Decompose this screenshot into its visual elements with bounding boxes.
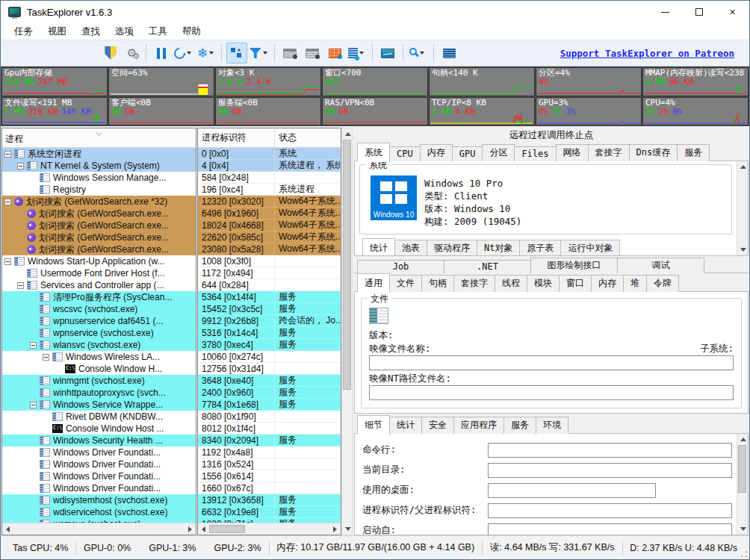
graph-panel[interactable]: RAS/VPN<0B0B0B — [322, 97, 428, 126]
task-list-button[interactable] — [438, 43, 459, 63]
expander-icon[interactable] — [4, 199, 11, 205]
process-tree-header[interactable]: 进程 — [2, 128, 196, 148]
graph-panel[interactable]: 服务端<0B0B0B — [215, 97, 321, 126]
system-pane-scrollbar[interactable] — [737, 161, 748, 255]
tab-Nt对象[interactable]: Nt对象 — [477, 240, 520, 255]
process-pid-row[interactable]: 22620 [0x585c]Wow64子系统.. — [198, 231, 341, 243]
process-pid-row[interactable]: 8012 [0x1f4c] — [198, 423, 341, 435]
tab-堆[interactable]: 堆 — [623, 275, 647, 292]
process-pid-row[interactable]: 10060 [0x274c] — [198, 351, 341, 363]
tab-句柄[interactable]: 句柄 — [421, 275, 454, 292]
dropdown-caret-icon[interactable] — [187, 52, 191, 55]
field-input[interactable] — [488, 443, 732, 458]
menu-item[interactable]: 工具 — [141, 24, 175, 40]
process-pid-row[interactable]: 5316 [0x14c4]服务 — [198, 327, 341, 339]
tab-内存[interactable]: 内存 — [591, 275, 624, 292]
tab-统计[interactable]: 统计 — [389, 417, 422, 434]
tab-套接字[interactable]: 套接字 — [453, 275, 495, 292]
process-tree-row[interactable]: Windows Driver Foundati... — [2, 482, 196, 494]
expander-icon[interactable] — [4, 151, 11, 158]
tab-池表[interactable]: 池表 — [394, 240, 427, 255]
process-pid-row[interactable]: 8080 [0x1f90] — [198, 411, 341, 423]
tab-窗口[interactable]: 窗口 — [559, 275, 592, 292]
freeze-button[interactable]: ❄ — [196, 43, 217, 63]
process-tree-row[interactable]: Services and Controller app (... — [2, 279, 196, 291]
process-tree-row[interactable]: Windows Service Wrappe... — [2, 399, 196, 411]
scrollbar-thumb[interactable] — [738, 445, 746, 493]
pause-button[interactable] — [151, 43, 172, 63]
dropdown-caret-icon[interactable] — [263, 52, 267, 55]
scrollbar-track[interactable] — [737, 172, 748, 244]
tab-原子表[interactable]: 原子表 — [519, 240, 561, 255]
process-pid-row[interactable]: 1660 [0x67c] — [198, 482, 341, 494]
expander-icon[interactable] — [30, 342, 37, 349]
graph-panel[interactable]: GPU=3%0%3%3% — [536, 97, 642, 126]
process-tree-row[interactable]: Windows Start-Up Application (w... — [2, 255, 196, 267]
expander-icon[interactable] — [17, 282, 24, 289]
scroll-down-icon[interactable] — [737, 523, 749, 535]
menu-item[interactable]: 视图 — [40, 24, 74, 40]
process-tree-row[interactable]: wlansvc (svchost.exe) — [2, 339, 196, 351]
process-tree-row[interactable]: Rivet DBWM (KNDBW... — [2, 411, 196, 423]
window-list-button[interactable] — [302, 43, 323, 63]
expander-icon[interactable] — [43, 354, 49, 361]
process-pid-row[interactable]: 23080 [0x5a28]Wow64子系统.. — [198, 243, 341, 255]
tab-CPU[interactable]: CPU — [389, 146, 421, 161]
graph-panel[interactable]: 空间=63% — [108, 67, 214, 96]
scroll-left-icon[interactable] — [198, 523, 209, 535]
process-pid-row[interactable]: 1556 [0x614] — [198, 470, 341, 482]
process-tree-row[interactable]: C:\Console Window Host ... — [2, 423, 196, 435]
pid-column-header[interactable]: 进程标识符 — [198, 128, 275, 147]
tab-细节[interactable]: 细节 — [357, 415, 390, 435]
list-horizontal-scrollbar[interactable] — [198, 523, 341, 535]
process-list-header[interactable]: 进程标识符 状态 — [198, 128, 341, 148]
firewall-button[interactable] — [324, 43, 345, 63]
process-tree-row[interactable]: winhttpautoproxysvc (svch... — [2, 387, 196, 399]
menu-item[interactable]: 选项 — [108, 24, 141, 40]
settings-button[interactable]: ⚙⚙ — [120, 43, 141, 63]
image-name-input[interactable] — [369, 355, 734, 370]
tab-令牌[interactable]: 令牌 — [646, 275, 679, 292]
tab-分区[interactable]: 分区 — [482, 144, 515, 161]
tab-应用程序[interactable]: 应用程序 — [453, 417, 504, 434]
graph-panel[interactable]: TCP/IP<8 KB2 KB4 KB — [429, 97, 535, 126]
menu-item[interactable]: 帮助 — [175, 24, 208, 40]
graph-panel[interactable]: 窗口<700687 — [322, 67, 428, 96]
process-tree-row[interactable]: Windows Wireless LA... — [2, 351, 196, 363]
dropdown-caret-icon[interactable] — [420, 52, 424, 55]
field-input[interactable] — [488, 463, 732, 478]
detail-pane-scrollbar[interactable] — [737, 434, 748, 535]
graph-panel[interactable]: CPU=4%2%2%0% — [642, 97, 749, 126]
process-pid-row[interactable]: 12756 [0x31d4] — [198, 363, 341, 375]
graph-panel[interactable]: 文件读写<191 MB5 MB318 KB145 KB — [1, 97, 108, 126]
close-button[interactable]: × — [716, 1, 749, 23]
minimize-button[interactable] — [648, 1, 682, 23]
patreon-link[interactable]: Support TaskExplorer on Patreon — [560, 48, 734, 59]
process-vertical-scrollbar[interactable] — [341, 128, 353, 535]
process-pid-row[interactable]: 6496 [0x1960]Wow64子系统.. — [198, 208, 341, 220]
filter-button[interactable] — [249, 43, 270, 63]
tab-运行中对象[interactable]: 运行中对象 — [560, 240, 620, 255]
process-tree-row[interactable]: 划词搜索 (GetWordSearch.exe *32) — [2, 196, 196, 208]
tab-Files[interactable]: Files — [514, 146, 556, 161]
tab-内存[interactable]: 内存 — [420, 144, 453, 161]
tab-线程[interactable]: 线程 — [495, 275, 527, 292]
process-tree-row[interactable]: wscsvc (svchost.exe) — [2, 303, 196, 315]
tab-Dns缓存[interactable]: Dns缓存 — [629, 144, 678, 161]
process-tree-row[interactable]: 清理Pro服务程序 (SysClean... — [2, 291, 196, 303]
field-input[interactable] — [488, 483, 656, 498]
process-tree-row[interactable]: wdiservicehost (svchost.exe) — [2, 506, 196, 518]
tab-驱动程序[interactable]: 驱动程序 — [427, 240, 477, 255]
scrollbar-thumb[interactable] — [209, 525, 245, 533]
process-pid-row[interactable]: 1008 [0x3f0] — [198, 255, 341, 267]
process-pid-row[interactable]: 644 [0x284] — [198, 279, 341, 291]
scrollbar-track[interactable] — [342, 390, 352, 523]
process-tree-row[interactable]: 划词搜索 (GetWordSearch.exe... — [2, 243, 196, 255]
graph-panel[interactable]: 对象<3 K3.6 K2.4 K — [215, 67, 321, 96]
process-pid-row[interactable]: 1316 [0x524] — [198, 458, 341, 470]
process-tree-row[interactable]: Registry — [2, 184, 196, 196]
expander-icon[interactable] — [30, 402, 37, 408]
scroll-right-icon[interactable] — [185, 523, 196, 535]
process-tree-row[interactable]: 划词搜索 (GetWordSearch.exe... — [2, 208, 196, 220]
tab-套接字[interactable]: 套接字 — [588, 144, 630, 161]
